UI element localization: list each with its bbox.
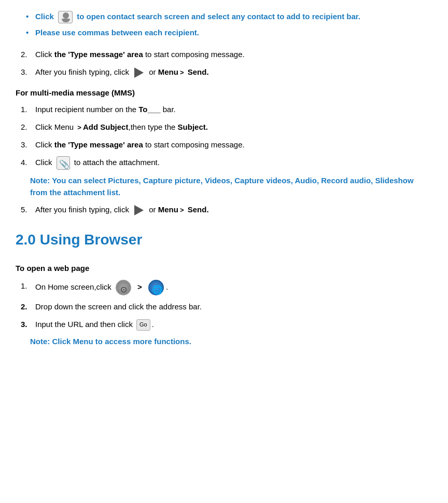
mms-heading: For multi-media message (MMS) xyxy=(16,87,432,99)
bullet1-rest: to open contact search screen and select… xyxy=(77,12,360,21)
mms-step1-num: 1. xyxy=(21,103,35,116)
browser-step3-post: . xyxy=(152,320,154,329)
sms-steps: 2. Click the 'Type message' area to star… xyxy=(16,48,432,78)
mms-step3-content: Click the 'Type message' area to start c… xyxy=(35,139,432,151)
browser-step-1: 1. On Home screen,click > . xyxy=(16,280,432,295)
mms-step4-post: to attach the attachment. xyxy=(74,158,160,167)
step3-pre: After you finish typing, click xyxy=(35,67,129,76)
mms-step1-post: bar. xyxy=(161,105,176,114)
mms-step2-bold2: Subject. xyxy=(178,123,208,131)
open-web-heading: To open a web page xyxy=(16,262,432,275)
step2-pre: Click xyxy=(35,50,54,59)
browser-step3-content: Input the URL and then click Go. xyxy=(35,318,432,331)
step3-mid: or xyxy=(149,67,158,76)
mms-step1-content: Input recipient number on the To___ bar. xyxy=(35,103,432,116)
mms-step3-pre: Click xyxy=(35,140,54,149)
bullet1-click: Click xyxy=(35,12,54,21)
mms-step4-pre: Click xyxy=(35,158,52,167)
contact-search-icon xyxy=(58,11,73,23)
step2-content: Click the 'Type message' area to start c… xyxy=(35,48,432,61)
browser-heading: 2.0 Using Browser xyxy=(16,228,432,252)
browser-step1-content: On Home screen,click > . xyxy=(35,280,432,295)
step3-menu: Menu xyxy=(158,67,178,76)
mms-send-arrow-icon xyxy=(134,205,144,215)
mms-step3-bold: the 'Type message' area xyxy=(54,140,143,149)
browser-step1-arrow: > xyxy=(137,282,144,291)
home-screen-icon xyxy=(116,280,131,295)
browser-step1-num: 1. xyxy=(21,280,35,292)
bullet-item-2: Please use commas between each recipient… xyxy=(26,26,432,39)
step3-send: Send. xyxy=(188,67,209,76)
mms-step2-mid: ,then type the xyxy=(128,123,177,131)
mms-step3-post: to start composing message. xyxy=(143,140,245,149)
mms-step5-pre: After you finish typing, click xyxy=(35,205,129,214)
step2-post: to start composing message. xyxy=(143,50,245,59)
step3-num: 3. xyxy=(21,66,35,78)
intro-bullets: Click to open contact search screen and … xyxy=(16,10,432,39)
mms-step5-arrow: > xyxy=(180,205,184,216)
go-button: Go xyxy=(136,319,150,331)
mms-step3-num: 3. xyxy=(21,139,35,151)
mms-step5-menu: Menu xyxy=(158,205,178,214)
mms-section: For multi-media message (MMS) 1. Input r… xyxy=(16,87,432,216)
bullet-item-1: Click to open contact search screen and … xyxy=(26,10,432,23)
browser-step-2: 2. Drop down the screen and click the ad… xyxy=(16,301,432,313)
mms-step-5: 5. After you finish typing, click or Men… xyxy=(16,203,432,216)
step3-content: After you finish typing, click or Menu> … xyxy=(35,66,432,78)
browser-step-3: 3. Input the URL and then click Go. xyxy=(16,318,432,331)
browser-step2-content: Drop down the screen and click the addre… xyxy=(35,301,432,313)
mms-step5-mid: or xyxy=(149,205,158,214)
browser-step2-num: 2. xyxy=(21,301,35,313)
step2-num: 2. xyxy=(21,48,35,61)
mms-step-4: 4. Click to attach the attachment. xyxy=(16,156,432,170)
browser-note-text: Note: Click Menu to access more function… xyxy=(30,337,191,346)
browser-step1-pre: On Home screen,click xyxy=(35,282,111,291)
mms-step2-num: 2. xyxy=(21,121,35,133)
browser-note: Note: Click Menu to access more function… xyxy=(30,336,432,348)
step3-arrow: > xyxy=(180,67,184,78)
sms-step-3: 3. After you finish typing, click or Men… xyxy=(16,66,432,78)
mms-step5-num: 5. xyxy=(21,203,35,216)
mms-note: Note: You can select Pictures, Capture p… xyxy=(30,175,432,198)
browser-step1-post: . xyxy=(166,282,168,291)
mms-step5-content: After you finish typing, click or Menu> … xyxy=(35,203,432,216)
mms-step2-pre: Click Menu xyxy=(35,123,76,131)
attach-icon xyxy=(57,156,70,170)
mms-step2-bold: Add Subject xyxy=(83,123,129,131)
browser-section: 2.0 Using Browser To open a web page 1. … xyxy=(16,228,432,347)
mms-step4-num: 4. xyxy=(21,156,35,169)
mms-step5-send: Send. xyxy=(188,205,209,214)
mms-step-2: 2. Click Menu >Add Subject,then type the… xyxy=(16,121,432,133)
globe-icon xyxy=(148,280,164,295)
mms-step-3: 3. Click the 'Type message' area to star… xyxy=(16,139,432,151)
bullet2-text: Please use commas between each recipient… xyxy=(35,28,199,37)
mms-step2-arrow: > xyxy=(77,123,81,133)
sms-step-2: 2. Click the 'Type message' area to star… xyxy=(16,48,432,61)
mms-step4-content: Click to attach the attachment. xyxy=(35,156,432,170)
browser-step3-pre: Input the URL and then click xyxy=(35,320,133,329)
send-arrow-icon xyxy=(134,67,144,78)
mms-note-text: Note: You can select Pictures, Capture p… xyxy=(30,176,414,197)
mms-step2-content: Click Menu >Add Subject,then type the Su… xyxy=(35,121,432,133)
mms-step1-bold: To___ xyxy=(138,105,160,114)
step2-bold: the 'Type message' area xyxy=(54,50,143,59)
mms-step-1: 1. Input recipient number on the To___ b… xyxy=(16,103,432,116)
mms-step1-pre: Input recipient number on the xyxy=(35,105,138,114)
browser-step3-num: 3. xyxy=(21,318,35,331)
browser-step2-text: Drop down the screen and click the addre… xyxy=(35,302,202,311)
